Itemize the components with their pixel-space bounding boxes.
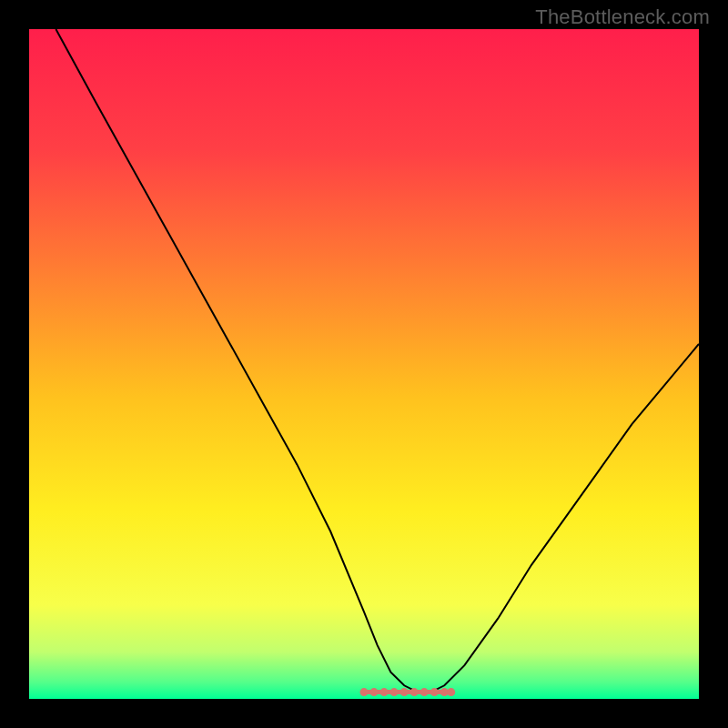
flat-marker <box>400 688 409 696</box>
watermark-text: TheBottleneck.com <box>535 5 710 29</box>
flat-marker <box>430 688 439 696</box>
plot-area <box>29 29 699 699</box>
flat-marker <box>390 688 399 696</box>
flat-marker <box>410 688 419 696</box>
chart-frame: TheBottleneck.com <box>0 0 728 728</box>
flat-marker <box>420 688 429 696</box>
flat-marker <box>447 688 455 696</box>
flat-marker <box>370 688 379 696</box>
bottleneck-curve <box>29 29 699 699</box>
flat-marker <box>360 688 369 696</box>
flat-marker <box>380 688 389 696</box>
